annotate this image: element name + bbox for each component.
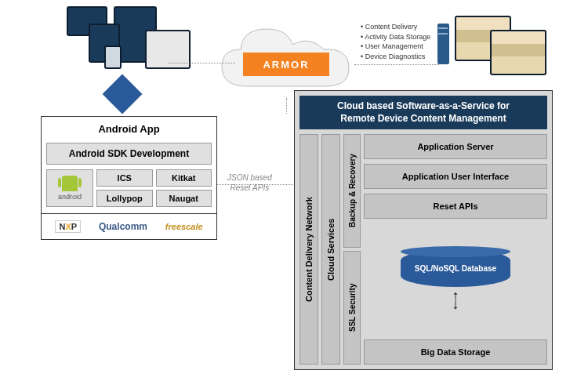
backup-recovery-column: Backup & Recovery [343,134,361,248]
database-cylinder-icon: SQL/NoSQL Database [401,249,510,287]
devices-right-cluster [455,16,557,78]
connector-line [286,98,287,114]
freescale-logo: freescale [165,222,203,231]
title-line: Cloud based Software-as-a-Service for [337,100,510,111]
android-version-cell: ICS [96,169,153,187]
device-small-icon [104,45,122,69]
armor-text: ARMOR [263,59,309,71]
database-section: SQL/NoSQL Database ↑↓ [364,223,547,335]
armor-badge: ARMOR [243,53,329,76]
android-versions-grid: android ICS Kitkat Lollypop Naugat [42,169,216,213]
qualcomm-logo: Qualcomm [99,221,147,232]
android-version-cell: Kitkat [156,169,212,187]
app-ui-box: Application User Interface [364,164,547,189]
connector-line [169,63,235,64]
cloud-feature-list: Content Delivery Activity Data Storage U… [361,22,430,61]
cloud-saas-title: Cloud based Software-as-a-Service for Re… [299,96,547,129]
cdn-column: Content Delivery Network [299,134,318,365]
nxp-logo: NXP [55,220,81,233]
security-column-group: Backup & Recovery SSL Security [343,134,361,365]
android-panel-title: Android App [42,117,216,141]
cloud-services-column: Cloud Services [321,134,340,365]
ssl-security-column: SSL Security [343,251,361,365]
android-logo-cell: android [46,169,93,207]
android-robot-icon [62,176,78,191]
cloud-feature: Content Delivery [361,22,430,32]
connection-label: JSON based Reset APIs [227,172,272,193]
cloud-feature: User Management [361,42,430,52]
cloud-feature: Device Diagnostics [361,52,430,62]
android-version-cell: Lollypop [96,190,153,207]
cloud-saas-body: Content Delivery Network Cloud Services … [299,134,547,365]
app-server-box: Application Server [364,134,547,159]
android-sdk-box: Android SDK Development [46,143,212,165]
android-panel: Android App Android SDK Development andr… [41,116,217,240]
devices-left-cluster [67,6,192,77]
device-pos-screen-icon [490,30,546,75]
android-version-cell: Naugat [156,190,212,207]
cloud-saas-panel: Cloud based Software-as-a-Service for Re… [294,90,553,370]
reset-apis-box: Reset APIs [364,194,547,219]
android-logo-label: android [58,193,82,201]
vendor-logos-row: NXP Qualcomm freescale [42,213,216,239]
connection-label-line: JSON based [227,172,272,183]
database-label: SQL/NoSQL Database [415,264,496,273]
connector-line [354,64,439,65]
cloud-block: ARMOR [216,20,357,98]
title-line: Remote Device Content Management [340,113,506,124]
diamond-connector-icon [103,74,143,114]
cloud-feature: Activity Data Storage [361,32,430,42]
server-rack-icon [437,24,449,64]
connection-label-line: Reset APIs [227,183,272,193]
big-data-box: Big Data Storage [364,339,547,365]
services-stack: Application Server Application User Inte… [364,134,547,365]
bidirectional-arrow-icon: ↑↓ [452,292,459,309]
